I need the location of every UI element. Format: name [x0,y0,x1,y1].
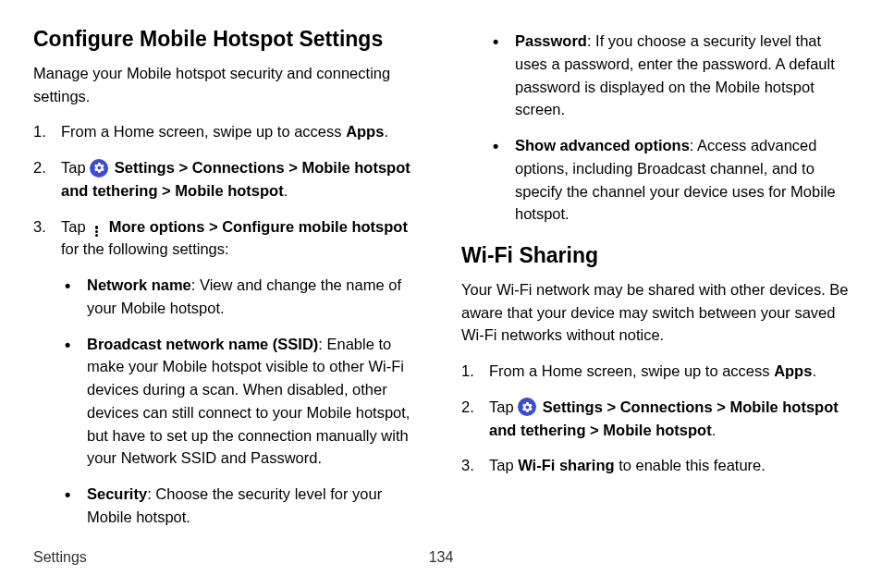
page-columns: Configure Mobile Hotspot Settings Manage… [33,26,849,542]
bullet-password: Password: If you choose a security level… [461,30,849,121]
connections-label: Connections [620,398,713,415]
step-1: From a Home screen, swipe up to access A… [461,360,849,383]
bullet-advanced-options: Show advanced options: Access advanced o… [461,134,849,226]
text: . [712,422,717,438]
right-column: Password: If you choose a security level… [461,26,849,542]
apps-label: Apps [346,123,384,140]
settings-gear-icon [90,159,108,178]
steps-wifi-sharing: From a Home screen, swipe up to access A… [461,360,849,477]
sep: > [204,218,222,235]
label: Show advanced options [515,137,690,153]
text: . [384,123,388,140]
heading-configure-hotspot: Configure Mobile Hotspot Settings [33,26,421,53]
text: : Enable to make your Mobile hotspot vis… [87,336,410,467]
sep: > [285,159,302,176]
settings-label: Settings [115,159,175,176]
step-3: Tap More options > Configure mobile hots… [33,215,421,262]
label: Security [87,485,147,502]
page-footer: Settings 134 [33,549,849,566]
heading-wifi-sharing: Wi-Fi Sharing [461,242,849,269]
more-options-label: More options [109,218,205,235]
left-column: Configure Mobile Hotspot Settings Manage… [33,26,421,542]
intro-configure: Manage your Mobile hotspot security and … [33,62,421,108]
text: . [812,362,816,379]
footer-section: Settings [33,549,87,566]
footer-page-number: 134 [429,549,454,566]
step-2: Tap Settings > Connections > Mobile hots… [33,156,421,202]
sep: > [175,159,192,176]
text: From a Home screen, swipe up to access [489,362,774,379]
bullets-continued: Password: If you choose a security level… [461,30,849,226]
more-options-icon [90,218,103,235]
bullets-configure: Network name: View and change the name o… [33,274,421,529]
settings-gear-icon [518,398,536,416]
label: Broadcast network name (SSID) [87,336,318,352]
label: Network name [87,276,191,293]
sep: > [586,422,604,438]
text: . [284,182,288,199]
bullet-security: Security: Choose the security level for … [33,483,421,529]
text: Tap [61,218,90,235]
steps-configure: From a Home screen, swipe up to access A… [33,120,421,261]
bullet-broadcast-ssid: Broadcast network name (SSID): Enable to… [33,333,421,471]
connections-label: Connections [192,159,285,176]
mobile-hotspot-label: Mobile hotspot [603,422,711,438]
bullet-network-name: Network name: View and change the name o… [33,274,421,320]
text: to enable this feature. [615,457,766,473]
step-2: Tap Settings > Connections > Mobile hots… [461,396,849,442]
label: Password [515,32,587,49]
sep: > [713,398,730,415]
apps-label: Apps [774,362,812,379]
text: From a Home screen, swipe up to access [61,123,346,140]
configure-hotspot-label: Configure mobile hotspot [222,218,408,235]
text: Tap [489,398,518,415]
sep: > [158,182,176,199]
wifi-sharing-label: Wi-Fi sharing [518,457,614,473]
text: for the following settings: [61,240,229,257]
settings-label: Settings [543,398,603,415]
text: Tap [489,457,518,473]
step-3: Tap Wi-Fi sharing to enable this feature… [461,454,849,477]
sep: > [603,398,620,415]
mobile-hotspot-label: Mobile hotspot [175,182,283,199]
step-1: From a Home screen, swipe up to access A… [33,120,421,143]
text: Tap [61,159,90,176]
intro-wifi-sharing: Your Wi-Fi network may be shared with ot… [461,278,849,347]
